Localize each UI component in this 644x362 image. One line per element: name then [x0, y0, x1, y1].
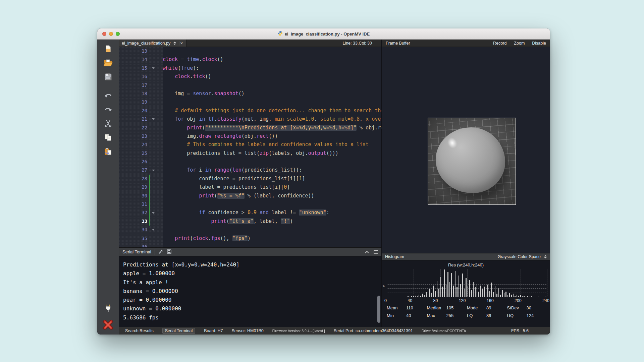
- new-file-button[interactable]: [101, 42, 115, 56]
- terminal-line: It's a apple !: [123, 278, 381, 287]
- status-board-h7: Board: H7: [204, 328, 223, 333]
- connect-button[interactable]: [101, 301, 115, 315]
- change-bar: [149, 243, 150, 247]
- code-line-29: 29 label = predictions_list[i][0]: [119, 183, 381, 191]
- status-serial-port-cu-usbmodem364d346431391: Serial Port: cu.usbmodem364D346431391: [334, 328, 413, 333]
- code-text: [163, 158, 381, 166]
- code-text: print("%s = %f" % (label, confidence)): [163, 192, 381, 200]
- fb-control-zoom[interactable]: Zoom: [514, 41, 525, 46]
- terminal-line: Predictions at [x=0,y=0,w=240,h=240]: [123, 260, 381, 269]
- copy-icon: [104, 133, 112, 142]
- fb-control-record[interactable]: Record: [493, 41, 506, 46]
- x-tick-label: 120: [459, 298, 466, 303]
- line-number: 27: [119, 166, 147, 174]
- line-number: 32: [119, 208, 147, 217]
- code-line-34: 34: [119, 226, 381, 234]
- left-toolbar: [97, 40, 119, 335]
- copy-button[interactable]: [101, 130, 115, 144]
- zoom-window-button[interactable]: [116, 32, 120, 36]
- openmv-ide-window: ei_image_classification.py - OpenMV IDE …: [97, 28, 550, 335]
- gutter: 17: [119, 81, 163, 89]
- change-bar: [149, 158, 150, 166]
- color-space-stepper-icon[interactable]: [544, 255, 547, 258]
- terminal-line: apple = 1.000000: [123, 269, 381, 278]
- code-text: # default settings just do one detection…: [163, 107, 381, 115]
- terminal-scrollbar[interactable]: [377, 296, 380, 323]
- serial-terminal-output[interactable]: Predictions at [x=0,y=0,w=240,h=240]appl…: [119, 256, 381, 327]
- line-number: 17: [119, 81, 147, 89]
- undo-button[interactable]: [101, 88, 115, 102]
- gutter: 20: [119, 107, 163, 115]
- terminal-line: 5.63686 fps: [123, 313, 381, 322]
- fold-chevron-icon[interactable]: [150, 67, 157, 69]
- code-text: label = predictions_list[i][0]: [163, 183, 381, 191]
- tab-close-icon[interactable]: ×: [179, 41, 183, 46]
- clear-log-icon[interactable]: [158, 249, 163, 255]
- status-serial-terminal[interactable]: Serial Terminal: [162, 328, 195, 334]
- gutter: 22: [119, 124, 163, 132]
- editor-column: ei_image_classification.py × Line: 33,Co…: [119, 40, 381, 327]
- tab-stepper-icon[interactable]: [173, 42, 176, 45]
- color-space-dropdown[interactable]: Grayscale Color Space: [497, 254, 541, 259]
- line-number: 20: [119, 107, 147, 115]
- stat-stdev: StDev30: [507, 305, 547, 310]
- code-line-32: 32 if confidence > 0.9 and label != "unk…: [119, 208, 381, 217]
- code-line-18: 18 img = sensor.snapshot(): [119, 89, 381, 98]
- frame-buffer-column: Frame Buffer RecordZoomDisable Histogram…: [381, 40, 550, 327]
- redo-icon: [104, 105, 112, 114]
- redo-button[interactable]: [101, 102, 115, 116]
- save-file-button[interactable]: [101, 70, 115, 84]
- fold-chevron-icon[interactable]: [150, 229, 157, 231]
- line-number: 26: [119, 158, 147, 166]
- paste-button[interactable]: [101, 144, 115, 159]
- header-separator: [155, 249, 155, 255]
- fold-chevron-icon[interactable]: [150, 118, 157, 120]
- stop-button[interactable]: [101, 318, 115, 332]
- stat-median: Median105: [427, 305, 467, 310]
- detach-panel-icon[interactable]: [374, 250, 378, 254]
- stat-uq: UQ124: [507, 313, 547, 318]
- status-firmware-version-3-9-4-latest: Firmware Version: 3.9.4 - [ latest ]: [272, 329, 325, 333]
- x-tick-label: 0: [384, 298, 387, 303]
- code-line-28: 28 confidence = predictions_list[i][1]: [119, 175, 381, 183]
- code-text: print("It's a", label, "!"): [163, 217, 381, 226]
- gutter: 31: [119, 200, 163, 208]
- minimize-window-button[interactable]: [109, 32, 113, 36]
- status-bar: Search ResultsSerial TerminalBoard: H7Se…: [119, 327, 550, 335]
- tab-ei-image-classification[interactable]: ei_image_classification.py ×: [119, 40, 186, 47]
- code-text: [163, 226, 381, 234]
- collapse-panel-icon[interactable]: [365, 251, 369, 254]
- gutter: 13: [119, 47, 163, 55]
- code-editor[interactable]: 1314clock = time.clock()15while(True):16…: [119, 47, 381, 247]
- status-search-results[interactable]: Search Results: [125, 328, 154, 333]
- gutter: 24: [119, 140, 163, 149]
- gutter: 30: [119, 192, 163, 200]
- fold-chevron-icon[interactable]: [150, 212, 157, 214]
- gutter: 16: [119, 72, 163, 81]
- code-text: clock.tick(): [163, 72, 381, 81]
- histogram-resolution: Res (w:240,h:240): [382, 262, 550, 267]
- close-window-button[interactable]: [102, 32, 106, 36]
- toolbar-separator: [100, 86, 116, 86]
- fb-control-disable[interactable]: Disable: [532, 41, 546, 46]
- line-number: 35: [119, 234, 147, 243]
- code-text: for obj in tf.classify(net, img, min_sca…: [163, 115, 381, 123]
- code-line-19: 19: [119, 98, 381, 106]
- gutter: 18: [119, 89, 163, 98]
- code-text: img.draw_rectangle(obj.rect()): [163, 132, 381, 140]
- open-file-button[interactable]: [101, 56, 115, 70]
- code-text: while(True):: [163, 64, 381, 72]
- frame-buffer-title: Frame Buffer: [386, 41, 410, 46]
- cut-button[interactable]: [101, 116, 115, 130]
- x-tick-label: 240: [542, 298, 549, 303]
- code-text: clock = time.clock(): [163, 55, 381, 64]
- code-line-31: 31: [119, 200, 381, 208]
- status-drive-volumes-portenta: Drive: /Volumes/PORTENTA: [422, 329, 466, 333]
- fold-chevron-icon[interactable]: [150, 170, 157, 171]
- stat-mean: Mean110: [387, 305, 427, 310]
- code-text: img = sensor.snapshot(): [163, 89, 381, 98]
- save-log-icon[interactable]: [167, 249, 172, 255]
- code-text: [163, 200, 381, 208]
- code-line-33: 33 print("It's a", label, "!"): [119, 217, 381, 226]
- code-line-30: 30 print("%s = %f" % (label, confidence)…: [119, 192, 381, 200]
